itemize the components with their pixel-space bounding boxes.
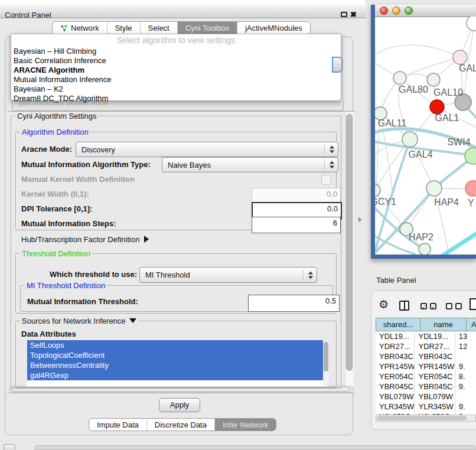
splitpane-toggle-icon[interactable] [358, 217, 362, 222]
table-row[interactable]: YBR045CYBR045C9. [376, 381, 476, 392]
algorithm-combo-fragment[interactable] [332, 57, 343, 73]
node-GAL80[interactable] [393, 71, 406, 84]
dropdown-item-selected[interactable]: ARACNE Algorithm [14, 66, 84, 75]
control-panel-titlebar: Control Panel ✖ [0, 4, 366, 18]
combo-spinner-icon [330, 161, 334, 169]
attribute-item[interactable]: SelfLoops [27, 340, 323, 350]
data-attributes-list[interactable]: SelfLoops TopologicalCoefficient Between… [27, 340, 323, 386]
table-row[interactable]: YDR27...YDR27...12 [376, 341, 476, 351]
settings-vscrollbar-thumb[interactable] [346, 114, 353, 371]
cell: YBR043C [376, 351, 415, 361]
which-threshold-value: MI Threshold [145, 270, 190, 279]
mi-type-combo[interactable]: Naive Bayes [162, 157, 338, 172]
mi-type-value: Naive Bayes [168, 161, 211, 169]
attribute-item[interactable]: TopologicalCoefficient [27, 350, 323, 360]
close-icon[interactable]: ✖ [350, 10, 357, 19]
tab-label: Style [115, 22, 132, 34]
mi-threshold-field[interactable]: 0.5 [248, 295, 340, 312]
attribute-item[interactable]: gal4RGexp [27, 370, 323, 380]
collapse-arrow-icon [129, 318, 136, 323]
cell: YPR145W [376, 361, 415, 371]
column-header-partial[interactable]: A [467, 318, 476, 331]
node-GCY1[interactable] [375, 184, 380, 197]
tab-infer-network[interactable]: Infer Network [214, 419, 276, 431]
kernel-width-label: Kernel Width (0,1): [21, 190, 89, 198]
cell [455, 392, 476, 402]
column-header-shared[interactable]: shared... [376, 318, 420, 331]
cyni-bottom-tabs: Impute Data Discretize Data Infer Networ… [89, 418, 276, 431]
tab-label: Impute Data [97, 419, 139, 431]
file-icon[interactable] [470, 298, 476, 310]
node-GAL4[interactable] [402, 132, 418, 147]
node-label: SWI4 [447, 137, 470, 147]
node-unlabeled[interactable] [467, 17, 476, 31]
gear-icon[interactable]: ⚙ [379, 299, 389, 310]
dropdown-item[interactable]: Bayesian – K2 [14, 84, 63, 94]
table-row[interactable]: YLR345WYLR345W9. [376, 402, 476, 412]
column-header-name[interactable]: name [420, 318, 467, 331]
node-label: GAL80 [399, 84, 428, 94]
unchecked-checkbox-icon[interactable] [455, 303, 462, 309]
table-header: shared... name A [376, 318, 476, 331]
checked-checkbox-icon[interactable]: ✓ [420, 303, 427, 309]
node-GAL1[interactable] [430, 100, 444, 114]
unchecked-checkbox-icon[interactable] [446, 303, 452, 309]
control-panel-title: Control Panel [5, 11, 51, 19]
dropdown-item[interactable]: Bayesian – Hill Climbing [14, 47, 96, 56]
dropdown-item[interactable]: Mutual Information Inference [14, 75, 111, 84]
columns-icon[interactable] [399, 301, 409, 311]
attributes-scrollbar-thumb[interactable] [324, 342, 328, 371]
network-window-titlebar[interactable] [375, 5, 476, 17]
node-GAL10[interactable] [427, 73, 440, 86]
bottom-panel-edge [34, 445, 476, 450]
table-row[interactable]: YPR145WYPR145W9. [376, 361, 476, 371]
node-label: GAL11 [378, 118, 407, 128]
tab-style[interactable]: Style [107, 22, 140, 34]
cell: YBL079W [415, 392, 455, 402]
node-unlabeled[interactable] [419, 243, 431, 255]
threshold-definition-title: Threshold Definition [20, 249, 92, 258]
table-row[interactable]: YBR043CYBR043C [376, 351, 476, 361]
tab-network[interactable]: Network [53, 22, 107, 34]
dropdown-prompt: Select algorithm to view settings [11, 35, 341, 45]
tab-cyni-toolbox[interactable]: Cyni Toolbox [177, 22, 237, 34]
sources-header[interactable]: Sources for Network Inference [20, 317, 138, 325]
node-HAP4[interactable] [426, 181, 442, 196]
tab-discretize-data[interactable]: Discretize Data [146, 419, 214, 431]
node-GAL7[interactable] [453, 50, 467, 64]
tab-select[interactable]: Select [140, 22, 177, 34]
table-row[interactable]: YBL079WYBL079W [376, 392, 476, 402]
table-row[interactable]: YDL19...YDL19...13 [376, 331, 476, 341]
attribute-item[interactable]: BetweennessCentrality [27, 360, 323, 370]
dropdown-item[interactable]: Basic Correlation Inference [14, 56, 106, 66]
window-minimize-button[interactable] [392, 6, 400, 15]
dropdown-item[interactable]: Dream8 DC_TDC Algorithm [14, 94, 108, 103]
table-row[interactable]: YER054CYER054C8. [376, 371, 476, 381]
manual-kernel-checkbox[interactable] [321, 175, 331, 185]
tab-impute-data[interactable]: Impute Data [89, 419, 146, 431]
window-zoom-button[interactable] [405, 6, 413, 15]
node-label: GAL4 [409, 149, 433, 159]
node-salmon[interactable] [465, 181, 476, 196]
tab-label: Cyni Toolbox [185, 22, 229, 34]
hub-section-label: Hub/Transcription Factor Definition [21, 235, 139, 244]
tab-label: Infer Network [223, 419, 268, 431]
aracne-mode-value: Discovery [81, 145, 115, 154]
apply-button[interactable]: Apply [159, 398, 200, 412]
mi-steps-field[interactable]: 6 [252, 217, 341, 233]
kernel-width-field[interactable]: 0.0 [252, 188, 341, 204]
collapsed-panel-button[interactable] [4, 444, 15, 450]
dpi-tolerance-label: DPI Tolerance [0,1]: [21, 204, 92, 213]
expand-arrow-icon [144, 236, 149, 243]
hub-section-header[interactable]: Hub/Transcription Factor Definition [21, 235, 149, 244]
checked-checkbox-icon[interactable]: ✓ [430, 303, 436, 309]
which-threshold-combo[interactable]: MI Threshold [139, 267, 317, 283]
aracne-mode-combo[interactable]: Discovery [76, 142, 338, 157]
network-canvas[interactable]: GAL7 GAL80 GAL10 GAL1 GAL11 SWI4 GAL4 GC… [375, 17, 476, 255]
mi-steps-label: Mutual Information Steps: [21, 219, 116, 228]
tab-jactivemnodules[interactable]: jActiveMNodules [237, 22, 310, 34]
window-close-button[interactable] [380, 6, 388, 15]
table-hscrollbar-thumb[interactable] [377, 416, 467, 420]
float-window-icon[interactable] [341, 12, 347, 17]
which-threshold-label: Which threshold to use: [50, 270, 137, 279]
